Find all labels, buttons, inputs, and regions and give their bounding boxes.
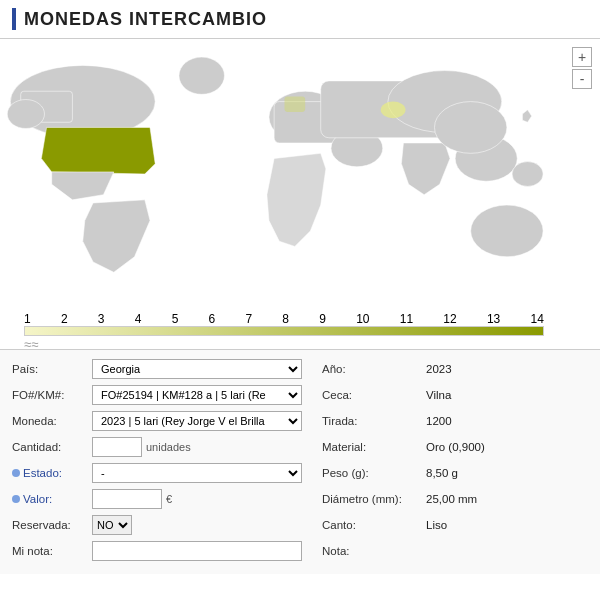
cantidad-unit: unidades xyxy=(146,441,191,453)
diametro-row: Diámetro (mm): 25,00 mm xyxy=(322,488,582,510)
valor-input[interactable] xyxy=(92,489,162,509)
page-title: MONEDAS INTERCAMBIO xyxy=(24,9,267,30)
reservada-label: Reservada: xyxy=(12,519,92,531)
form-section: País: Georgia FO#/KM#: FO#25194 | KM#128… xyxy=(0,349,600,574)
cantidad-input[interactable]: 1 xyxy=(92,437,142,457)
anio-value: 2023 xyxy=(426,363,452,375)
header-accent-bar xyxy=(12,8,16,30)
moneda-select[interactable]: 2023 | 5 lari (Rey Jorge V el Brilla xyxy=(92,411,302,431)
peso-value: 8,50 g xyxy=(426,467,458,479)
svg-point-4 xyxy=(179,57,225,94)
fokm-label: FO#/KM#: xyxy=(12,389,92,401)
legend-tick-10: 10 xyxy=(356,312,369,326)
valor-label: Valor: xyxy=(12,493,92,505)
reservada-select[interactable]: NO xyxy=(92,515,132,535)
nota-row: Nota: xyxy=(322,540,582,562)
estado-row: Estado: - xyxy=(12,462,302,484)
canto-row: Canto: Liso xyxy=(322,514,582,536)
valor-dot xyxy=(12,495,20,503)
cantidad-row: Cantidad: 1 unidades xyxy=(12,436,302,458)
material-value: Oro (0,900) xyxy=(426,441,485,453)
zoom-in-button[interactable]: + xyxy=(572,47,592,67)
pais-label: País: xyxy=(12,363,92,375)
legend-tick-11: 11 xyxy=(400,312,413,326)
estado-dot xyxy=(12,469,20,477)
svg-point-15 xyxy=(381,102,406,119)
ceca-value: Vilna xyxy=(426,389,451,401)
material-label: Material: xyxy=(322,441,422,453)
svg-point-14 xyxy=(471,205,543,257)
map-container: + - xyxy=(0,39,600,349)
moneda-row: Moneda: 2023 | 5 lari (Rey Jorge V el Br… xyxy=(12,410,302,432)
estado-label: Estado: xyxy=(12,467,92,479)
svg-point-12 xyxy=(512,162,543,187)
legend-tick-1: 1 xyxy=(24,312,31,326)
svg-point-13 xyxy=(434,102,506,154)
mi-nota-row: Mi nota: xyxy=(12,540,302,562)
form-left-column: País: Georgia FO#/KM#: FO#25194 | KM#128… xyxy=(12,358,302,566)
legend-wave-icon: ≈≈ xyxy=(24,337,588,349)
legend-tick-5: 5 xyxy=(172,312,179,326)
legend-tick-13: 13 xyxy=(487,312,500,326)
valor-unit: € xyxy=(166,493,172,505)
mi-nota-input[interactable] xyxy=(92,541,302,561)
canto-value: Liso xyxy=(426,519,447,531)
fokm-select[interactable]: FO#25194 | KM#128 a | 5 lari (Re xyxy=(92,385,302,405)
legend-tick-12: 12 xyxy=(443,312,456,326)
ceca-row: Ceca: Vilna xyxy=(322,384,582,406)
map-controls: + - xyxy=(572,47,592,89)
pais-row: País: Georgia xyxy=(12,358,302,380)
material-row: Material: Oro (0,900) xyxy=(322,436,582,458)
reservada-row: Reservada: NO xyxy=(12,514,302,536)
fokm-row: FO#/KM#: FO#25194 | KM#128 a | 5 lari (R… xyxy=(12,384,302,406)
form-right-column: Año: 2023 Ceca: Vilna Tirada: 1200 Mater… xyxy=(322,358,582,566)
tirada-label: Tirada: xyxy=(322,415,422,427)
anio-row: Año: 2023 xyxy=(322,358,582,380)
valor-row: Valor: € xyxy=(12,488,302,510)
diametro-value: 25,00 mm xyxy=(426,493,477,505)
legend-tick-7: 7 xyxy=(245,312,252,326)
legend-tick-8: 8 xyxy=(282,312,289,326)
ceca-label: Ceca: xyxy=(322,389,422,401)
svg-point-3 xyxy=(7,100,44,129)
legend-tick-2: 2 xyxy=(61,312,68,326)
legend-tick-3: 3 xyxy=(98,312,105,326)
tirada-value: 1200 xyxy=(426,415,452,427)
peso-row: Peso (g): 8,50 g xyxy=(322,462,582,484)
zoom-out-button[interactable]: - xyxy=(572,69,592,89)
legend-gradient-bar xyxy=(24,326,544,336)
legend-section: 1 2 3 4 5 6 7 8 9 10 11 12 13 14 ≈≈ xyxy=(0,312,600,349)
legend-tick-14: 14 xyxy=(530,312,543,326)
cantidad-label: Cantidad: xyxy=(12,441,92,453)
legend-tick-4: 4 xyxy=(135,312,142,326)
nota-label: Nota: xyxy=(322,545,422,557)
moneda-label: Moneda: xyxy=(12,415,92,427)
estado-select[interactable]: - xyxy=(92,463,302,483)
anio-label: Año: xyxy=(322,363,422,375)
pais-select[interactable]: Georgia xyxy=(92,359,302,379)
diametro-label: Diámetro (mm): xyxy=(322,493,422,505)
header: MONEDAS INTERCAMBIO xyxy=(0,0,600,39)
peso-label: Peso (g): xyxy=(322,467,422,479)
canto-label: Canto: xyxy=(322,519,422,531)
world-map xyxy=(0,39,600,309)
legend-tick-9: 9 xyxy=(319,312,326,326)
legend-ticks: 1 2 3 4 5 6 7 8 9 10 11 12 13 14 xyxy=(24,312,544,326)
tirada-row: Tirada: 1200 xyxy=(322,410,582,432)
svg-rect-16 xyxy=(284,96,305,112)
mi-nota-label: Mi nota: xyxy=(12,545,92,557)
legend-tick-6: 6 xyxy=(209,312,216,326)
